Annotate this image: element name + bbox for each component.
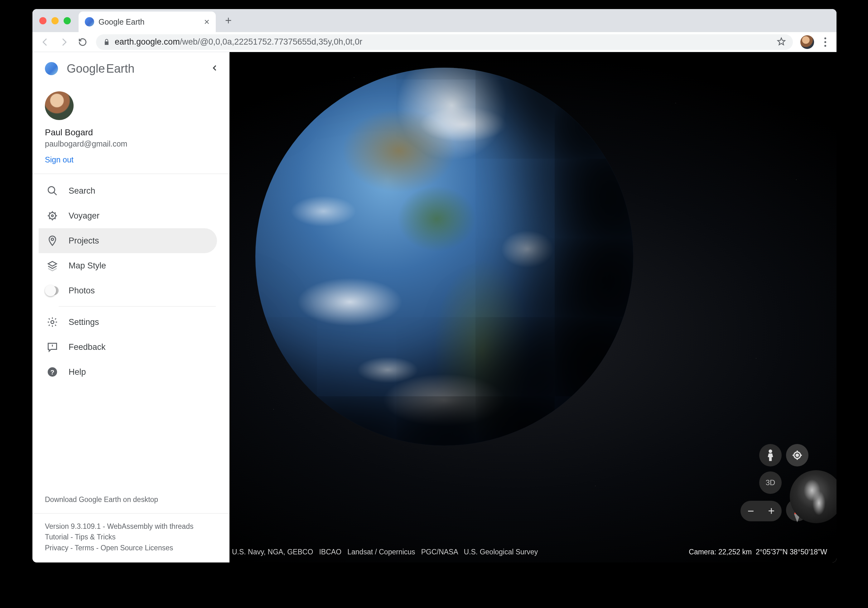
user-email: paulbogard@gmail.com (45, 140, 217, 149)
svg-point-7 (51, 321, 54, 324)
my-location-button[interactable] (786, 444, 808, 467)
window-controls (39, 17, 71, 24)
window-maximize-button[interactable] (64, 17, 71, 24)
url-path: /web/@0,0,0a,22251752.77375655d,35y,0h,0… (180, 37, 362, 47)
svg-text:?: ? (51, 369, 54, 376)
url-text: earth.google.com/web/@0,0,0a,22251752.77… (115, 37, 362, 47)
sign-out-link[interactable]: Sign out (45, 155, 217, 164)
forward-button[interactable] (56, 34, 72, 50)
download-desktop-link[interactable]: Download Google Earth on desktop (33, 492, 229, 513)
nav-photos[interactable]: Photos (39, 278, 217, 303)
tutorial-link[interactable]: Tutorial (45, 533, 68, 541)
user-display-name: Paul Bogard (45, 127, 217, 138)
nav-search[interactable]: Search (39, 178, 217, 203)
sidebar: GoogleEarth Paul Bogard paulbogard@gmail… (33, 52, 229, 563)
gear-icon (46, 316, 59, 328)
camera-readout: Camera: 22,252 km 2°05'37"N 38°50'18"W (689, 548, 827, 556)
sidebar-footer: Version 9.3.109.1 - WebAssembly with thr… (33, 513, 229, 563)
url-host: earth.google.com (115, 37, 180, 47)
privacy-link[interactable]: Privacy (45, 544, 68, 552)
search-icon (46, 185, 59, 197)
user-section: Paul Bogard paulbogard@gmail.com Sign ou… (33, 85, 229, 174)
user-avatar[interactable] (45, 92, 74, 120)
tab-strip: Google Earth × + (33, 9, 837, 32)
zoom-out-button[interactable]: − (741, 506, 761, 516)
sidebar-nav: Search Voyager Projects Map Style Photos (33, 174, 229, 389)
address-bar[interactable]: earth.google.com/web/@0,0,0a,22251752.77… (96, 34, 793, 50)
3d-toggle-button[interactable]: 3D (759, 472, 782, 494)
profile-avatar-button[interactable] (800, 35, 814, 49)
lock-icon (103, 38, 110, 46)
new-tab-button[interactable]: + (225, 14, 232, 27)
layers-icon (46, 260, 59, 271)
nav-projects[interactable]: Projects (39, 228, 217, 253)
helm-icon (46, 210, 59, 221)
zoom-control: − + (741, 501, 782, 521)
browser-menu-button[interactable] (819, 36, 832, 48)
browser-window: Google Earth × + earth.google.com/web/@0… (33, 9, 837, 563)
nav-voyager[interactable]: Voyager (39, 203, 217, 228)
tips-link[interactable]: Tips & Tricks (75, 533, 116, 541)
pin-icon (46, 235, 59, 246)
window-minimize-button[interactable] (51, 17, 59, 24)
app-title: GoogleEarth (67, 62, 134, 76)
tab-favicon-icon (85, 17, 94, 26)
svg-point-2 (796, 454, 798, 456)
zoom-in-button[interactable]: + (761, 506, 782, 516)
nav-help[interactable]: ? Help (39, 360, 217, 385)
terms-link[interactable]: Terms (74, 544, 94, 552)
earth-globe[interactable] (255, 68, 633, 445)
nav-feedback[interactable]: Feedback (39, 335, 217, 360)
photos-toggle[interactable] (46, 286, 59, 295)
svg-point-4 (49, 212, 56, 219)
svg-point-0 (769, 450, 772, 453)
content-area: U.S. Navy, NGA, GEBCOIBCAOLandsat / Cope… (33, 52, 837, 563)
reload-button[interactable] (75, 34, 90, 50)
feedback-icon (46, 341, 59, 353)
version-text: Version 9.3.109.1 - WebAssembly with thr… (45, 521, 217, 532)
nav-settings[interactable]: Settings (39, 310, 217, 335)
back-button[interactable] (37, 34, 53, 50)
browser-tab[interactable]: Google Earth × (79, 12, 216, 32)
pegman-button[interactable] (759, 444, 782, 467)
svg-point-6 (51, 238, 54, 241)
tab-close-button[interactable]: × (204, 17, 209, 26)
osl-link[interactable]: Open Source Licenses (101, 544, 174, 552)
svg-point-5 (51, 215, 53, 217)
window-close-button[interactable] (39, 17, 46, 24)
nav-map-style[interactable]: Map Style (39, 253, 217, 278)
earth-logo-icon (45, 62, 58, 75)
tab-title: Google Earth (99, 17, 200, 26)
divider (59, 306, 216, 307)
svg-point-3 (48, 187, 55, 193)
collapse-sidebar-button[interactable] (211, 64, 219, 73)
help-icon: ? (46, 366, 59, 378)
imagery-attribution: U.S. Navy, NGA, GEBCOIBCAOLandsat / Cope… (232, 548, 538, 556)
sidebar-header: GoogleEarth (33, 52, 229, 85)
browser-toolbar: earth.google.com/web/@0,0,0a,22251752.77… (33, 32, 837, 52)
bookmark-button[interactable] (777, 37, 786, 47)
